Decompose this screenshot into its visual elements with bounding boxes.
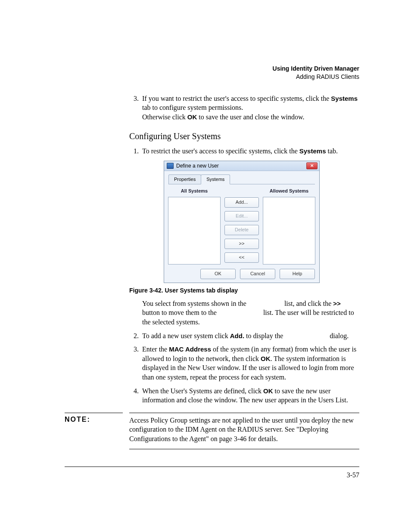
post-figure-text: You select from systems shown in the lis… [129, 299, 359, 327]
dialog-titlebar[interactable]: Define a new User ✕ [164, 161, 319, 171]
move-left-button[interactable]: << [224, 252, 259, 263]
all-systems-list[interactable] [168, 197, 221, 264]
tab-systems[interactable]: Systems [201, 174, 230, 184]
edit-button[interactable]: Edit... [224, 211, 259, 221]
header-title: Using Identity Driven Manager [65, 65, 359, 73]
footer-rule [65, 467, 359, 467]
page-content: 3. If you want to restrict the user's ac… [129, 94, 359, 405]
step-number: 4. [129, 386, 142, 396]
header-subtitle: Adding RADIUS Clients [65, 73, 359, 81]
page-header: Using Identity Driven Manager Adding RAD… [65, 65, 359, 81]
allowed-systems-list[interactable] [263, 197, 315, 264]
section-heading: Configuring User Systems [129, 131, 359, 142]
note-block: NOTE: Access Policy Group settings are n… [65, 413, 359, 449]
step-body: If you want to restrict the user's acces… [142, 94, 359, 122]
step-body: When the User's Systems are defined, cli… [142, 386, 359, 405]
close-icon[interactable]: ✕ [306, 162, 318, 169]
transfer-buttons: Add... Edit... Delete >> << [224, 197, 259, 263]
note-label: NOTE: [65, 413, 123, 449]
config-step-4: 4. When the User's Systems are defined, … [129, 386, 359, 405]
cancel-button[interactable]: Cancel [240, 269, 275, 279]
figure: Define a new User ✕ Properties Systems A… [164, 161, 359, 283]
delete-button[interactable]: Delete [224, 225, 259, 235]
all-systems-column: All Systems [168, 188, 220, 264]
step-3: 3. If you want to restrict the user's ac… [129, 94, 359, 122]
note-body: Access Policy Group settings are not app… [129, 413, 359, 449]
figure-caption: Figure 3-42. User Systems tab display [129, 286, 359, 295]
dialog-title: Define a new User [176, 162, 219, 169]
step-number: 1. [129, 146, 142, 156]
help-button[interactable]: Help [280, 269, 315, 279]
page-number: 3-57 [65, 471, 359, 479]
config-step-2: 2. To add a new user system click Add. t… [129, 331, 359, 341]
define-user-dialog: Define a new User ✕ Properties Systems A… [164, 161, 320, 283]
page: Using Identity Driven Manager Adding RAD… [0, 0, 411, 532]
step-body: Enter the MAC Address of the system (in … [142, 345, 359, 382]
ok-button[interactable]: OK [200, 269, 236, 279]
step-number: 2. [129, 331, 142, 341]
tab-properties[interactable]: Properties [168, 174, 201, 184]
step-body: To restrict the user's access to specifi… [142, 146, 359, 156]
dialog-body: Properties Systems All Systems Add... Ed… [164, 171, 319, 283]
config-step-1: 1. To restrict the user's access to spec… [129, 146, 359, 156]
config-step-3: 3. Enter the MAC Address of the system (… [129, 345, 359, 382]
systems-columns: All Systems Add... Edit... Delete >> << … [168, 188, 315, 264]
step-number: 3. [129, 345, 142, 354]
add-button[interactable]: Add... [224, 197, 259, 208]
all-systems-label: All Systems [181, 188, 208, 194]
allowed-systems-label: Allowed Systems [270, 188, 308, 194]
step-number: 3. [129, 94, 142, 103]
tab-row: Properties Systems [168, 174, 315, 184]
move-right-button[interactable]: >> [224, 239, 259, 249]
step-body: To add a new user system click Add. to d… [142, 331, 359, 341]
app-icon [167, 163, 174, 169]
dialog-button-row: OK Cancel Help [168, 269, 315, 279]
allowed-systems-column: Allowed Systems [263, 188, 315, 264]
